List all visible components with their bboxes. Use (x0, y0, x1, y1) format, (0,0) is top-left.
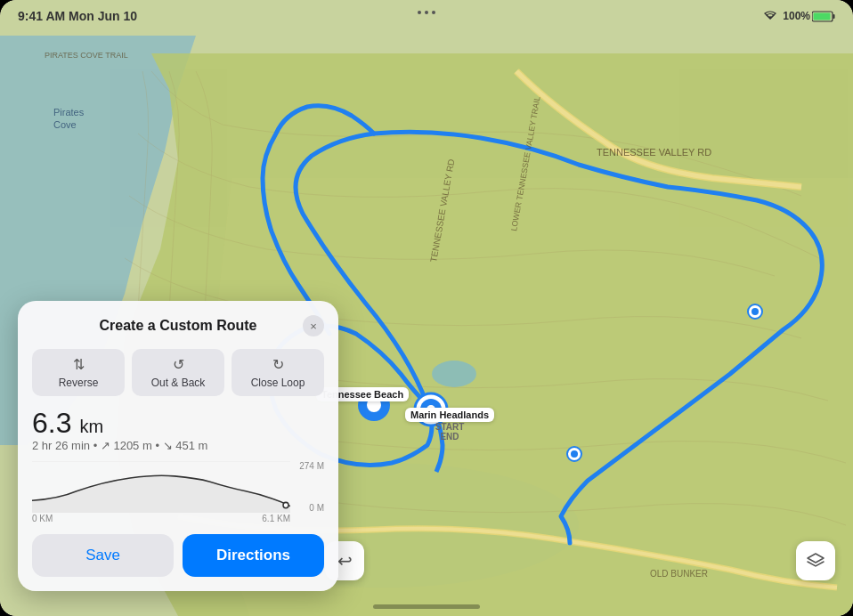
home-indicator[interactable] (373, 604, 480, 609)
svg-text:PIRATES COVE TRAIL: PIRATES COVE TRAIL (45, 51, 128, 60)
out-back-label: Out & Back (151, 377, 206, 389)
distance-display: 6.3 km (32, 409, 324, 437)
dot-1 (418, 11, 421, 14)
elevation-chart: 274 M 0 M 0 KM 6.1 KM (32, 461, 324, 523)
distance-value: 6.3 (32, 407, 71, 439)
action-buttons: Save Directions (32, 534, 324, 577)
svg-point-19 (751, 308, 759, 315)
battery-icon: 100% (783, 10, 835, 22)
svg-text:TENNESSEE VALLEY RD: TENNESSEE VALLEY RD (597, 147, 711, 158)
end-label: END (440, 432, 459, 442)
chart-x-labels: 0 KM 6.1 KM (32, 514, 290, 523)
reverse-button[interactable]: ⇅ Reverse (32, 349, 125, 396)
close-icon: × (310, 320, 317, 333)
directions-label: Directions (216, 547, 290, 563)
close-button[interactable]: × (303, 315, 324, 336)
svg-rect-23 (833, 14, 835, 19)
battery-percent: 100% (783, 10, 810, 22)
svg-text:Pirates: Pirates (53, 107, 85, 118)
start-label: START (435, 422, 465, 432)
layers-button[interactable] (796, 541, 835, 580)
close-loop-label: Close Loop (251, 377, 305, 389)
close-loop-button[interactable]: ↻ Close Loop (232, 349, 324, 396)
reverse-icon: ⇅ (73, 356, 85, 373)
svg-text:OLD BUNKER: OLD BUNKER (650, 569, 708, 579)
marin-headlands-pin: Marin Headlands START END (405, 408, 494, 442)
panel-header: Create a Custom Route × (32, 315, 324, 336)
dot-2 (425, 11, 428, 14)
status-bar: 9:41 AM Mon Jun 10 100% (0, 0, 853, 32)
wifi-icon (763, 10, 777, 23)
elevation-svg (32, 461, 290, 513)
svg-rect-24 (814, 12, 831, 20)
directions-button[interactable]: Directions (183, 534, 324, 577)
reverse-label: Reverse (59, 377, 99, 389)
svg-point-20 (432, 361, 476, 387)
out-back-icon: ↺ (173, 356, 184, 373)
svg-point-27 (283, 502, 288, 507)
chart-x-end: 6.1 KM (262, 514, 290, 523)
marin-headlands-label: Marin Headlands (405, 408, 494, 422)
chart-svg-wrap (32, 461, 290, 513)
panel-title: Create a Custom Route (53, 318, 303, 334)
out-and-back-button[interactable]: ↺ Out & Back (132, 349, 224, 396)
route-type-buttons: ⇅ Reverse ↺ Out & Back ↻ Close Loop (32, 349, 324, 396)
layers-icon (806, 551, 825, 571)
distance-unit: km (79, 417, 103, 436)
save-label: Save (85, 547, 120, 563)
svg-point-17 (571, 450, 578, 458)
chart-y-bottom: 0 M (293, 503, 324, 513)
start-end-label: START END (405, 422, 494, 442)
stats-detail: 2 hr 26 min • ↗ 1205 m • ↘ 451 m (32, 439, 324, 452)
dot-3 (432, 11, 435, 14)
close-loop-icon: ↻ (272, 356, 284, 373)
chart-y-top: 274 M (293, 461, 324, 471)
chart-x-start: 0 KM (32, 514, 53, 523)
svg-text:Cove: Cove (53, 119, 77, 130)
chart-y-labels: 274 M 0 M (293, 461, 324, 513)
status-time: 9:41 AM Mon Jun 10 (18, 9, 137, 23)
stats-area: 6.3 km 2 hr 26 min • ↗ 1205 m • ↘ 451 m (32, 409, 324, 452)
save-button[interactable]: Save (32, 534, 174, 577)
three-dots-menu[interactable] (418, 11, 435, 14)
custom-route-panel: Create a Custom Route × ⇅ Reverse ↺ Out … (18, 301, 338, 591)
screen: TENNESSEE VALLEY RD TENNESSEE VALLEY RD … (0, 0, 853, 616)
undo-icon: ↩ (337, 550, 353, 571)
status-icons: 100% (763, 10, 835, 23)
